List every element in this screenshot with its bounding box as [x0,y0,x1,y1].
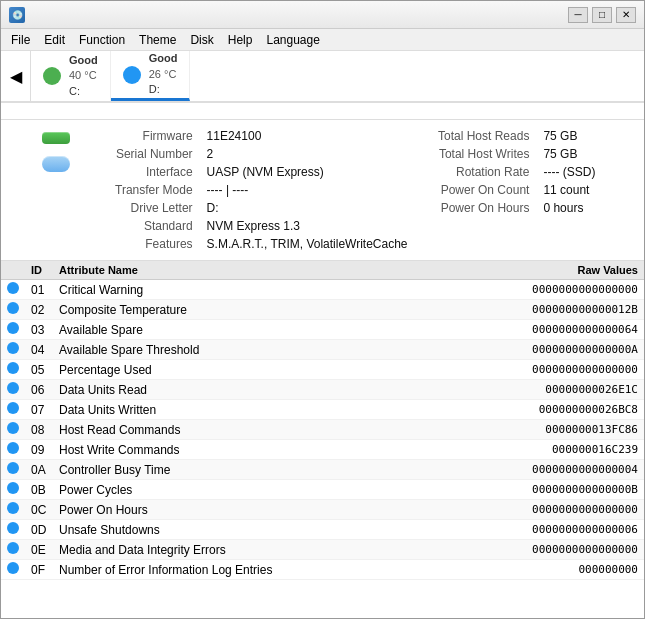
row-id: 06 [25,380,53,400]
row-id: 04 [25,340,53,360]
right-field-value: 75 GB [539,146,634,162]
right-field-label: Total Host Writes [434,146,533,162]
row-icon-cell [1,520,25,540]
menu-function[interactable]: Function [73,31,131,49]
col-id-header: ID [25,261,53,280]
drives-bar: ◀ Good 40 °C C: Good 26 °C D: [1,51,644,103]
table-row: 02 Composite Temperature 000000000000012… [1,300,644,320]
minimize-button[interactable]: ─ [568,7,588,23]
row-name: Media and Data Integrity Errors [53,540,441,560]
middle-panel: Firmware11E24100Serial Number2InterfaceU… [111,128,424,252]
table-row: 03 Available Spare 0000000000000064 [1,320,644,340]
right-field-value: 11 count [539,182,634,198]
maximize-button[interactable]: □ [592,7,612,23]
field-label: Interface [111,164,197,180]
table-row: 04 Available Spare Threshold 00000000000… [1,340,644,360]
row-raw: 0000000000000000 [441,360,644,380]
row-name: Number of Error Information Log Entries [53,560,441,580]
row-id: 0E [25,540,53,560]
table-row: 05 Percentage Used 0000000000000000 [1,360,644,380]
row-raw: 000000000000012B [441,300,644,320]
row-icon-cell [1,340,25,360]
field-value: 11E24100 [203,128,424,144]
row-id: 01 [25,280,53,300]
status-icon [7,302,19,314]
table-row: 0B Power Cycles 000000000000000B [1,480,644,500]
row-raw: 0000000000000000 [441,540,644,560]
row-raw: 0000000000000064 [441,320,644,340]
row-raw: 0000000013FC86 [441,420,644,440]
row-icon-cell [1,280,25,300]
attributes-table-section: ID Attribute Name Raw Values 01 Critical… [1,261,644,618]
status-icon [7,502,19,514]
status-icon [7,322,19,334]
row-icon-cell [1,480,25,500]
row-raw: 0000000000000006 [441,520,644,540]
row-id: 07 [25,400,53,420]
field-value: D: [203,200,424,216]
row-raw: 0000000000000000 [441,500,644,520]
title-bar-left: 💿 [9,7,31,23]
row-icon-cell [1,500,25,520]
drive-tab-d[interactable]: Good 26 °C D: [111,51,191,101]
field-value: ---- | ---- [203,182,424,198]
drive-info-c: Good 40 °C C: [69,53,98,99]
col-name-header: Attribute Name [53,261,441,280]
field-value: S.M.A.R.T., TRIM, VolatileWriteCache [203,236,424,252]
status-icon [7,442,19,454]
right-field-label: Power On Count [434,182,533,198]
field-value: UASP (NVM Express) [203,164,424,180]
back-button[interactable]: ◀ [1,51,31,101]
drive-tab-c[interactable]: Good 40 °C C: [31,51,111,101]
drive-info-d: Good 26 °C D: [149,51,178,97]
row-icon-cell [1,460,25,480]
field-value: 2 [203,146,424,162]
table-row: 0A Controller Busy Time 0000000000000004 [1,460,644,480]
row-id: 09 [25,440,53,460]
row-name: Host Write Commands [53,440,441,460]
table-row: 06 Data Units Read 00000000026E1C [1,380,644,400]
status-icon [7,482,19,494]
info-section: Firmware11E24100Serial Number2InterfaceU… [1,120,644,261]
close-button[interactable]: ✕ [616,7,636,23]
field-label: Standard [111,218,197,234]
field-label: Serial Number [111,146,197,162]
field-label: Transfer Mode [111,182,197,198]
row-icon-cell [1,360,25,380]
right-field-label: Total Host Reads [434,128,533,144]
row-raw: 00000000026E1C [441,380,644,400]
menu-disk[interactable]: Disk [184,31,219,49]
status-icon [7,282,19,294]
row-icon-cell [1,400,25,420]
row-name: Power On Hours [53,500,441,520]
row-icon-cell [1,540,25,560]
right-field-value: 75 GB [539,128,634,144]
menu-language[interactable]: Language [260,31,325,49]
table-row: 01 Critical Warning 0000000000000000 [1,280,644,300]
row-id: 05 [25,360,53,380]
temp-value [42,156,70,172]
row-name: Data Units Written [53,400,441,420]
row-name: Unsafe Shutdowns [53,520,441,540]
menu-theme[interactable]: Theme [133,31,182,49]
app-icon: 💿 [9,7,25,23]
status-icon [7,342,19,354]
menu-help[interactable]: Help [222,31,259,49]
table-row: 0C Power On Hours 0000000000000000 [1,500,644,520]
health-box [42,132,70,144]
row-raw: 000000000 [441,560,644,580]
status-icon [7,362,19,374]
row-name: Controller Busy Time [53,460,441,480]
drive-status-c: Good [69,53,98,68]
row-icon-cell [1,440,25,460]
window-controls: ─ □ ✕ [568,7,636,23]
menu-file[interactable]: File [5,31,36,49]
menu-edit[interactable]: Edit [38,31,71,49]
row-id: 0B [25,480,53,500]
status-icon [7,462,19,474]
table-row: 09 Host Write Commands 000000016C239 [1,440,644,460]
status-icon [7,522,19,534]
row-name: Power Cycles [53,480,441,500]
row-id: 0D [25,520,53,540]
row-raw: 0000000000000004 [441,460,644,480]
